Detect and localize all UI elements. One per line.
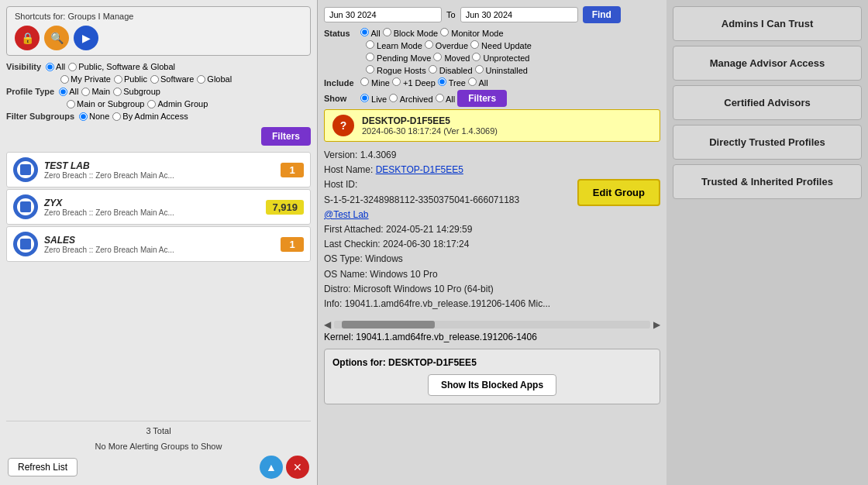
filter-subgroups-by-admin[interactable]: By Admin Access	[112, 112, 188, 121]
directly-trusted-profiles-button[interactable]: Directly Trusted Profiles	[673, 125, 862, 160]
status-need-update[interactable]: Need Update	[470, 40, 532, 50]
include-all[interactable]: All	[468, 77, 488, 88]
profile-type-admin-group[interactable]: Admin Group	[147, 99, 208, 108]
visibility-filter-row2: My Private Public Software Global	[6, 74, 311, 84]
options-box: Options for: DESKTOP-D1F5EE5 Show Its Bl…	[324, 349, 660, 404]
scroll-track[interactable]	[334, 321, 650, 328]
left-filters-button[interactable]: Filters	[261, 127, 311, 146]
profile-type-row: Profile Type All Main Subgroup	[6, 87, 311, 96]
trusted-inherited-profiles-button[interactable]: Trusted & Inherited Profiles	[673, 164, 862, 199]
shortcuts-title: Shortcuts for: Groups I Manage	[15, 12, 302, 21]
status-label: Status	[324, 29, 355, 38]
visibility-software[interactable]: Software	[150, 74, 194, 84]
status-overdue[interactable]: Overdue	[425, 40, 468, 50]
options-title: Options for: DESKTOP-D1F5EE5	[332, 357, 652, 368]
group-info-sales: SALES Zero Breach :: Zero Breach Main Ac…	[44, 235, 274, 254]
group-sub-sales: Zero Breach :: Zero Breach Main Ac...	[44, 246, 274, 254]
group-avatar-zyx	[13, 194, 38, 219]
detail-version: Version: 1.4.3069	[324, 148, 660, 163]
middle-filters-button[interactable]: Filters	[457, 90, 507, 107]
detail-distro: Distro: Microsoft Windows 10 Pro (64-bit…	[324, 282, 660, 297]
visibility-sub-options: My Private Public Software Global	[60, 74, 232, 84]
group-avatar-sales	[13, 232, 38, 256]
list-total: 3 Total	[6, 421, 311, 440]
detail-at-test-lab[interactable]: @Test Lab	[324, 208, 660, 222]
detail-os-name: OS Name: Windows 10 Pro	[324, 267, 660, 282]
include-mine[interactable]: Mine	[360, 77, 390, 88]
host-detail-section: Version: 1.4.3069 Host Name: DESKTOP-D1F…	[324, 148, 660, 311]
status-monitor-mode[interactable]: Monitor Mode	[440, 28, 503, 38]
scroll-right-arrow[interactable]: ▶	[653, 319, 660, 330]
show-live[interactable]: Live	[360, 94, 387, 104]
host-info-text: DESKTOP-D1F5EE5 2024-06-30 18:17:24 (Ver…	[362, 115, 652, 136]
detail-last-checkin: Last Checkin: 2024-06-30 18:17:24	[324, 237, 660, 252]
profile-type-main[interactable]: Main	[81, 87, 110, 96]
certified-advisors-button[interactable]: Certified Advisors	[673, 85, 862, 120]
visibility-public[interactable]: Public	[114, 74, 147, 84]
include-tree[interactable]: Tree	[438, 77, 466, 88]
status-block-mode[interactable]: Block Mode	[383, 28, 439, 38]
edit-group-button[interactable]: Edit Group	[577, 179, 660, 206]
scroll-up-button[interactable]: ▲	[260, 456, 283, 479]
detail-host-id-label: Host ID:	[324, 179, 357, 190]
profile-type-main-or-sub[interactable]: Main or Subgroup	[67, 99, 144, 108]
shortcut-lock-icon[interactable]: 🔒	[15, 26, 40, 50]
status-learn-mode[interactable]: Learn Mode	[366, 40, 422, 50]
show-filter-line: Show Live Archived All Filters	[324, 90, 660, 107]
profile-type-label: Profile Type	[6, 87, 54, 96]
status-unprotected[interactable]: Unprotected	[472, 53, 529, 63]
status-rogue-hosts[interactable]: Rogue Hosts	[366, 65, 426, 75]
date-from-input[interactable]	[324, 7, 442, 22]
filter-subgroups-options: None By Admin Access	[79, 112, 188, 121]
horizontal-scrollbar[interactable]: ◀ ▶	[324, 319, 660, 330]
refresh-list-button[interactable]: Refresh List	[8, 458, 78, 476]
show-archived[interactable]: Archived	[389, 94, 432, 104]
group-info-zyx: ZYX Zero Breach :: Zero Breach Main Ac..…	[44, 198, 260, 217]
visibility-my-private[interactable]: My Private	[60, 74, 111, 84]
manage-advisor-access-button[interactable]: Manage Advisor Access	[673, 46, 862, 81]
profile-type-all[interactable]: All	[59, 87, 78, 96]
group-item-testlab[interactable]: TEST LAB Zero Breach :: Zero Breach Main…	[6, 152, 311, 187]
shortcut-play-icon[interactable]: ▶	[74, 26, 98, 50]
left-panel: Shortcuts for: Groups I Manage 🔒 🔍 ▶ Vis…	[0, 0, 318, 485]
group-info-testlab: TEST LAB Zero Breach :: Zero Breach Main…	[44, 160, 274, 180]
status-disabled[interactable]: Disabled	[429, 65, 473, 75]
show-all[interactable]: All	[436, 94, 456, 104]
close-button[interactable]: ✕	[286, 456, 309, 479]
no-more-label: No More Alerting Groups to Show	[6, 442, 311, 451]
detail-first-attached: First Attached: 2024-05-21 14:29:59	[324, 222, 660, 237]
find-button[interactable]: Find	[583, 6, 621, 23]
scroll-left-arrow[interactable]: ◀	[324, 319, 331, 330]
group-avatar-testlab	[13, 157, 38, 182]
show-blocked-apps-button[interactable]: Show Its Blocked Apps	[428, 374, 556, 396]
status-uninstalled[interactable]: Uninstalled	[475, 65, 528, 75]
status-pending-move[interactable]: Pending Move	[366, 53, 431, 63]
include-label: Include	[324, 78, 355, 88]
detail-host-name-value[interactable]: DESKTOP-D1F5EE5	[376, 164, 463, 175]
include-1-deep[interactable]: +1 Deep	[392, 77, 436, 88]
group-badge-sales: 1	[281, 237, 304, 252]
date-to-input[interactable]	[460, 7, 578, 22]
visibility-global[interactable]: Global	[197, 74, 232, 84]
filter-subgroups-none[interactable]: None	[79, 112, 109, 121]
shortcut-search-icon[interactable]: 🔍	[44, 26, 69, 50]
visibility-all[interactable]: All	[46, 62, 65, 71]
profile-type-subgroup[interactable]: Subgroup	[113, 87, 160, 96]
group-sub-testlab: Zero Breach :: Zero Breach Main Ac...	[44, 171, 274, 180]
host-name-display: DESKTOP-D1F5EE5	[362, 115, 652, 126]
visibility-label: Visibility	[6, 62, 41, 71]
visibility-public-software-global[interactable]: Public, Software & Global	[68, 62, 175, 71]
status-filter-line3: Pending Move Moved Unprotected	[324, 53, 660, 63]
status-moved[interactable]: Moved	[433, 53, 470, 63]
group-item-sales[interactable]: SALES Zero Breach :: Zero Breach Main Ac…	[6, 226, 311, 262]
show-label: Show	[324, 94, 355, 103]
group-list: TEST LAB Zero Breach :: Zero Breach Main…	[6, 152, 311, 418]
filter-subgroups-label: Filter Subgroups	[6, 112, 74, 121]
admins-i-can-trust-button[interactable]: Admins I Can Trust	[673, 6, 862, 41]
group-name-testlab: TEST LAB	[44, 160, 274, 171]
middle-panel: To Find Status All Block Mode Monitor Mo…	[318, 0, 666, 485]
host-row[interactable]: ? DESKTOP-D1F5EE5 2024-06-30 18:17:24 (V…	[324, 109, 660, 142]
date-row: To Find	[324, 6, 660, 23]
status-all[interactable]: All	[360, 28, 381, 38]
group-item-zyx[interactable]: ZYX Zero Breach :: Zero Breach Main Ac..…	[6, 189, 311, 225]
